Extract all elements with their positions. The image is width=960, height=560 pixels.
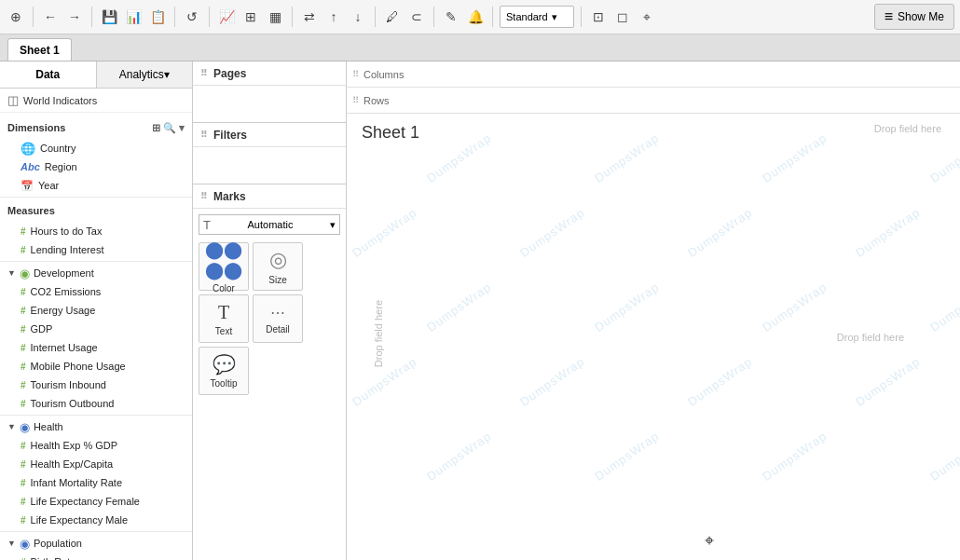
divider-3 (0, 415, 192, 416)
columns-drag-handle: ⠿ (352, 69, 359, 79)
tab-data[interactable]: Data (0, 61, 97, 88)
refresh-icon[interactable]: ↺ (182, 7, 202, 27)
marks-type-dropdown[interactable]: T Automatic ▾ (199, 214, 340, 235)
sort-desc-icon[interactable]: ↓ (348, 7, 368, 27)
field-region[interactable]: Abc Region (0, 157, 192, 176)
field-tourism-in[interactable]: # Tourism Inbound (0, 376, 192, 394)
group-population[interactable]: ▼ ◉ Population (0, 534, 192, 553)
marks-size-btn[interactable]: ◎ Size (253, 242, 303, 291)
chart-icon[interactable]: 📈 (216, 7, 237, 27)
source-icon: ◫ (7, 93, 19, 107)
size-circle-icon: ◎ (269, 248, 287, 272)
back-icon[interactable]: ← (40, 7, 61, 27)
field-energy[interactable]: # Energy Usage (0, 301, 192, 320)
field-gdp[interactable]: # GDP (0, 320, 192, 338)
field-hours-to-do-tax[interactable]: # Hours to do Tax (0, 222, 192, 240)
hash-icon-green-2: # (21, 245, 26, 255)
field-life-female-label: Life Expectancy Female (31, 496, 140, 507)
show-me-button[interactable]: ≡ Show Me (874, 4, 954, 30)
field-gdp-label: GDP (31, 323, 53, 335)
field-country[interactable]: 🌐 Country (0, 139, 192, 157)
abc-icon: Abc (21, 161, 40, 172)
sort-asc-icon[interactable]: ↑ (323, 7, 344, 27)
home-icon[interactable]: ⊕ (6, 7, 26, 27)
dimensions-menu-icon[interactable]: ▾ (179, 122, 185, 134)
field-health-capita[interactable]: # Health Exp/Capita (0, 455, 192, 473)
highlight-icon[interactable]: 🖊 (382, 7, 403, 27)
field-year[interactable]: 📅 Year (0, 176, 192, 195)
measures-label: Measures (7, 205, 55, 216)
drop-zone-top-label: Drop field here (874, 123, 941, 134)
middle-panel: ⠿ Pages ⠿ Filters ⠿ Marks T Automatic ▾ (193, 61, 347, 560)
swap-icon[interactable]: ⇄ (299, 7, 320, 27)
standard-dropdown[interactable]: Standard ▾ (500, 6, 574, 28)
text-T-icon: T (218, 302, 229, 323)
pages-label: Pages (213, 67, 246, 80)
search-icon[interactable]: 🔍 (163, 122, 176, 134)
pages-drag-handle: ⠿ (200, 68, 207, 78)
marks-color-btn[interactable]: ⬤⬤⬤⬤ Color (199, 242, 249, 291)
label-icon[interactable]: ✎ (441, 7, 461, 27)
field-birth-rate[interactable]: # Birth Rate (0, 553, 192, 560)
field-health-capita-label: Health Exp/Capita (31, 458, 114, 470)
main-area: Data Analytics ▾ ◫ World Indicators Dime… (0, 61, 960, 560)
marks-label: Marks (213, 190, 246, 203)
globe-icon: 🌐 (21, 142, 35, 156)
marks-detail-label: Detail (266, 324, 290, 335)
grid-icon[interactable]: ⊞ (152, 122, 160, 134)
forward-icon[interactable]: → (64, 7, 85, 27)
pages-section (193, 86, 346, 123)
show-me-icon: ≡ (885, 8, 893, 25)
data-source-row: ◫ World Indicators (0, 89, 192, 113)
table-icon[interactable]: ⊞ (240, 7, 261, 27)
field-lending-label: Lending Interest (31, 244, 104, 255)
data-source-icon[interactable]: 📊 (123, 7, 144, 27)
detail-icon: ⋯ (270, 304, 285, 321)
chevron-down-dev: ▼ (7, 268, 16, 278)
standard-dropdown-arrow: ▾ (552, 11, 557, 23)
toolbar: ⊕ ← → 💾 📊 📋 ↺ 📈 ⊞ ▦ ⇄ ↑ ↓ 🖊 ⊂ ✎ 🔔 Standa… (0, 0, 960, 34)
field-internet-label: Internet Usage (31, 342, 98, 353)
bar-chart-icon[interactable]: ▦ (265, 7, 285, 27)
new-sheet-icon[interactable]: 📋 (147, 7, 168, 27)
tab-analytics[interactable]: Analytics ▾ (97, 61, 193, 88)
columns-shelf: ⠿ Columns (347, 61, 960, 88)
toolbar-separator (33, 7, 34, 27)
marks-drag-handle: ⠿ (200, 191, 207, 201)
tab-analytics-label: Analytics (119, 68, 164, 81)
share-icon[interactable]: ⌖ (637, 7, 657, 27)
marks-tooltip-btn[interactable]: 💬 Tooltip (199, 347, 249, 395)
story-icon[interactable]: ◻ (612, 7, 633, 27)
field-life-male[interactable]: # Life Expectancy Male (0, 511, 192, 529)
drop-zone-center-label: Drop field here (837, 332, 904, 343)
field-mobile[interactable]: # Mobile Phone Usage (0, 357, 192, 376)
toolbar-separator-2 (174, 7, 175, 27)
fit-icon[interactable]: ⊡ (588, 7, 609, 27)
group-development[interactable]: ▼ ◉ Development (0, 264, 192, 282)
group-icon[interactable]: ⊂ (406, 7, 427, 27)
tab-analytics-arrow: ▾ (164, 68, 170, 81)
divider-1 (0, 197, 192, 198)
field-health-gdp[interactable]: # Health Exp % GDP (0, 436, 192, 455)
field-life-female[interactable]: # Life Expectancy Female (0, 492, 192, 511)
field-energy-label: Energy Usage (31, 305, 96, 316)
sheet-tab[interactable]: Sheet 1 (7, 38, 72, 61)
field-tourism-out[interactable]: # Tourism Outbound (0, 394, 192, 413)
pop-group-icon: ◉ (20, 537, 30, 551)
marks-detail-btn[interactable]: ⋯ Detail (253, 294, 303, 343)
field-internet[interactable]: # Internet Usage (0, 338, 192, 357)
field-infant[interactable]: # Infant Mortality Rate (0, 473, 192, 492)
marks-text-btn[interactable]: T Text (199, 294, 249, 343)
drop-zone-center: Drop field here (837, 332, 904, 343)
filters-section (193, 147, 346, 184)
marks-title: ⠿ Marks (193, 184, 346, 209)
health-group-icon: ◉ (20, 420, 30, 434)
tooltip2-icon[interactable]: 🔔 (465, 7, 486, 27)
field-lending-interest[interactable]: # Lending Interest (0, 240, 192, 259)
field-co2[interactable]: # CO2 Emissions (0, 282, 192, 301)
save-icon[interactable]: 💾 (99, 7, 119, 27)
field-country-label: Country (40, 143, 76, 154)
group-health[interactable]: ▼ ◉ Health (0, 417, 192, 436)
cursor: ⌖ (705, 531, 714, 551)
marks-section: T Automatic ▾ ⬤⬤⬤⬤ Color ◎ Size T (193, 209, 346, 560)
